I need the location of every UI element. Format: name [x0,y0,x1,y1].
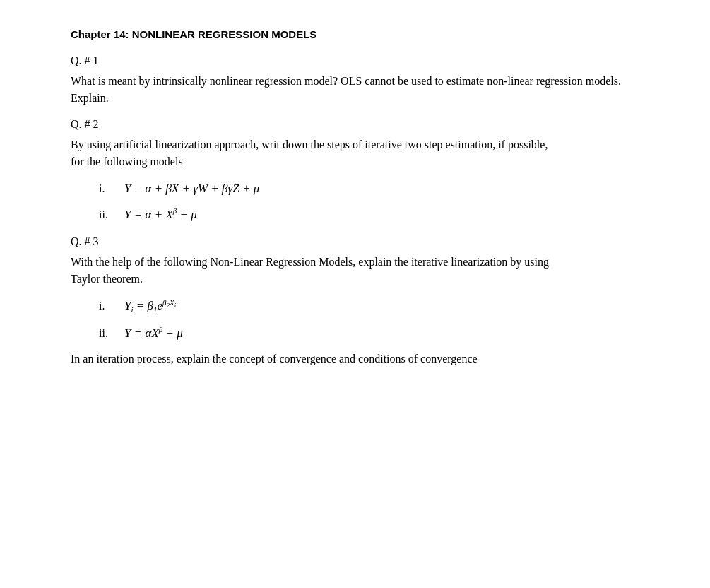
question-3-label: Q. # 3 [71,235,639,248]
question-3-line2: Taylor theorem. [71,273,143,285]
q3-item-i-formula: Yi = β1eβ2Xi [124,296,176,317]
question-3-intro: With the help of the following Non-Linea… [71,254,639,288]
chapter-title: Chapter 14: NONLINEAR REGRESSION MODELS [71,28,639,40]
convergence-text: In an iteration process, explain the con… [71,351,639,368]
question-1-text: What is meant by intrinsically nonlinear… [71,73,639,107]
q2-item-i: i. Y = α + βX + γW + βγZ + μ [99,179,639,198]
q2-item-i-label: i. [99,180,124,198]
question-2-line1: By using artificial linearization approa… [71,139,548,151]
question-3-line1: With the help of the following Non-Linea… [71,256,549,268]
question-2-subitems: i. Y = α + βX + γW + βγZ + μ ii. Y = α +… [99,179,639,224]
q2-item-ii-formula: Y = α + Xβ + μ [124,205,197,224]
q3-item-i: i. Yi = β1eβ2Xi [99,296,639,317]
page-container: Chapter 14: NONLINEAR REGRESSION MODELS … [0,0,710,588]
q3-item-ii-formula: Y = αXβ + μ [124,324,183,343]
q2-item-ii-label: ii. [99,206,124,224]
q2-item-ii: ii. Y = α + Xβ + μ [99,205,639,224]
q3-item-ii-label: ii. [99,324,124,343]
question-2-line2: for the following models [71,155,183,167]
q3-item-ii: ii. Y = αXβ + μ [99,324,639,343]
question-3-subitems: i. Yi = β1eβ2Xi ii. Y = αXβ + μ [99,296,639,343]
question-2-intro: By using artificial linearization approa… [71,136,639,170]
question-1-label: Q. # 1 [71,54,639,67]
question-2-label: Q. # 2 [71,118,639,131]
q3-item-i-label: i. [99,297,124,315]
q2-item-i-formula: Y = α + βX + γW + βγZ + μ [124,179,259,198]
